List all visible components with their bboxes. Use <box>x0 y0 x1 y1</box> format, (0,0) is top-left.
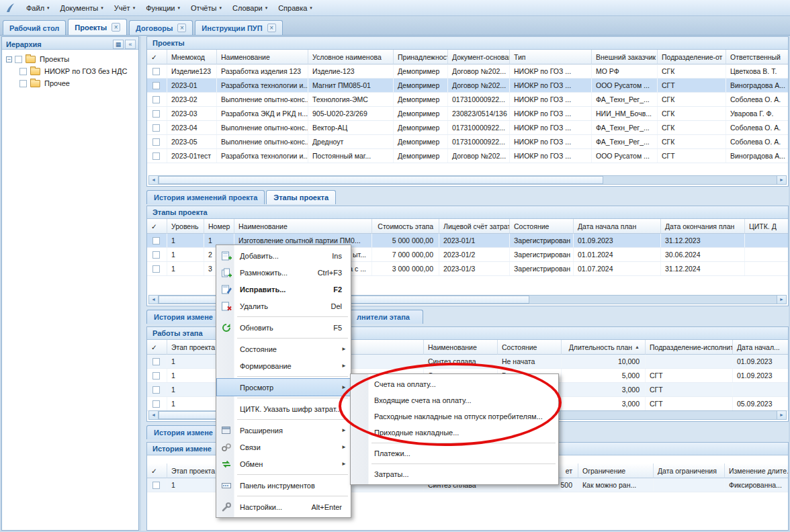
scrollbar-thumb[interactable] <box>159 176 603 184</box>
row-checkbox-icon[interactable] <box>152 358 160 365</box>
tree-checkbox-icon[interactable] <box>19 68 27 75</box>
table-row[interactable]: 2023-02Выполнение опытно-конс...Технолог… <box>147 93 788 107</box>
column-header[interactable]: Длительность план▲ <box>562 340 646 355</box>
row-checkbox-icon[interactable] <box>152 386 160 394</box>
section-tab[interactable]: Этапы проекта <box>266 190 336 204</box>
scroll-right-icon[interactable]: ► <box>777 296 786 304</box>
column-header[interactable]: Документ-основан <box>448 50 510 64</box>
column-header[interactable]: Условное наименова <box>308 50 394 64</box>
column-header[interactable]: ✓ <box>147 463 167 478</box>
tree-checkbox-icon[interactable] <box>15 56 22 63</box>
tab-close-icon[interactable]: × <box>112 23 120 32</box>
main-tab[interactable]: Договоры× <box>129 20 193 35</box>
menu-item[interactable]: Расширения► <box>217 422 350 439</box>
column-header[interactable]: Дата ограничения <box>654 463 725 478</box>
menu-item[interactable]: Панель инструментов <box>217 477 350 494</box>
row-checkbox-icon[interactable] <box>152 82 160 89</box>
horizontal-scrollbar[interactable]: ◄ ► <box>148 175 787 185</box>
main-tab[interactable]: Инструкции ПУП× <box>195 20 282 35</box>
scroll-right-icon[interactable]: ► <box>777 176 786 184</box>
menu-item[interactable]: Затраты... <box>351 466 558 482</box>
scroll-left-icon[interactable]: ◄ <box>149 296 159 304</box>
table-row[interactable]: 2023-05Выполнение опытно-конс...Дредноут… <box>147 135 788 149</box>
menu-item[interactable]: Формирование► <box>217 357 350 374</box>
row-checkbox-icon[interactable] <box>152 96 160 103</box>
collapse-panel-icon[interactable]: « <box>125 40 136 49</box>
row-checkbox-icon[interactable] <box>152 482 160 489</box>
row-checkbox-icon[interactable] <box>152 124 160 132</box>
column-header[interactable]: Состояние <box>510 219 574 234</box>
menu-item[interactable]: Связи► <box>217 439 350 455</box>
row-checkbox-icon[interactable] <box>152 110 160 118</box>
column-header[interactable]: Этап проекта <box>167 340 221 355</box>
column-header[interactable]: Состояние <box>498 340 562 355</box>
row-checkbox-icon[interactable] <box>152 372 160 380</box>
column-header[interactable]: Изменение длите... <box>725 463 788 478</box>
column-header[interactable]: Этап проекта <box>167 463 221 478</box>
menu-item[interactable]: Добавить...Ins <box>217 247 350 264</box>
tree-item[interactable]: −Проекты <box>3 53 137 65</box>
main-tab[interactable]: Рабочий стол <box>3 20 66 35</box>
table-row[interactable]: Изделие123Разработка изделия 123Изделие-… <box>147 64 788 79</box>
menubar-item[interactable]: Файл▾ <box>21 2 55 14</box>
menubar-item[interactable]: Отчёты▾ <box>185 2 227 14</box>
column-header[interactable]: Лицевой счёт затрат. <box>439 219 510 234</box>
tree-item[interactable]: НИОКР по ГОЗ без НДС <box>3 65 137 77</box>
column-header[interactable]: Стоимость этапа <box>372 219 439 234</box>
tab-close-icon[interactable]: × <box>267 24 276 32</box>
column-header[interactable]: Номер <box>204 219 234 234</box>
column-header[interactable]: Ответственный <box>726 50 788 64</box>
row-checkbox-icon[interactable] <box>152 251 160 259</box>
menu-item[interactable]: УдалитьDel <box>217 298 350 314</box>
menu-item[interactable]: ОбновитьF5 <box>217 319 350 336</box>
scroll-left-icon[interactable]: ◄ <box>149 411 159 419</box>
column-header[interactable]: Дата окончания план <box>661 219 745 234</box>
main-tab[interactable]: Проекты× <box>68 19 127 35</box>
table-row[interactable]: 2023-03Разработка ЭКД и РКД н...905-U020… <box>147 107 788 121</box>
menu-item[interactable]: Состояние► <box>217 341 350 357</box>
menu-item[interactable]: Размножить...Ctrl+F3 <box>217 264 350 281</box>
menu-item[interactable]: Просмотр► <box>217 379 350 396</box>
menubar-item[interactable]: Словари▾ <box>227 2 273 14</box>
menubar-item[interactable]: Справка▾ <box>273 2 318 14</box>
section-tab[interactable]: лнители этапа <box>349 310 423 324</box>
row-checkbox-icon[interactable] <box>152 152 160 160</box>
column-header[interactable]: Ограничение <box>578 463 654 478</box>
menu-item[interactable]: Платежи... <box>351 445 558 461</box>
column-header[interactable]: ✓ <box>147 219 167 234</box>
row-checkbox-icon[interactable] <box>152 68 160 75</box>
column-header[interactable]: Тип <box>510 50 592 64</box>
section-tab[interactable]: История изменений проекта <box>146 190 265 204</box>
row-checkbox-icon[interactable] <box>152 138 160 146</box>
row-checkbox-icon[interactable] <box>152 265 160 273</box>
column-header[interactable]: Внешний заказчик <box>592 50 658 64</box>
table-row[interactable]: 2023-01Разработка технологии и...Магнит … <box>147 79 788 93</box>
column-header[interactable]: Наименование <box>217 50 308 64</box>
column-header[interactable]: Принадлежность <box>394 50 448 64</box>
column-header[interactable]: Подразделение-исполнитель.. <box>646 340 733 355</box>
menu-item[interactable]: Обмен► <box>217 455 350 472</box>
column-header[interactable]: Наименование <box>424 340 498 355</box>
row-checkbox-icon[interactable] <box>152 237 160 245</box>
column-header[interactable]: Подразделение-от <box>658 50 726 64</box>
menu-item[interactable]: Настройки...Alt+Enter <box>217 498 350 515</box>
column-header[interactable]: Мнемокод <box>167 50 217 64</box>
menu-item[interactable]: ЦИТК. Указать шифр затрат.. <box>217 400 350 417</box>
column-header[interactable]: ✓ <box>147 340 167 355</box>
tree-expander-icon[interactable]: − <box>6 56 12 62</box>
tree-checkbox-icon[interactable] <box>19 80 27 87</box>
scroll-right-icon[interactable]: ► <box>777 411 786 419</box>
scroll-left-icon[interactable]: ◄ <box>149 176 159 184</box>
tab-close-icon[interactable]: × <box>177 24 186 32</box>
row-checkbox-icon[interactable] <box>152 400 160 408</box>
scrollbar-track[interactable] <box>159 176 777 184</box>
menu-item[interactable]: Исправить...F2 <box>217 281 350 298</box>
menubar-item[interactable]: Функции▾ <box>140 2 185 14</box>
table-row[interactable]: 2023-01тестРазработка технологии и...Пос… <box>147 149 788 163</box>
column-header[interactable]: Дата начала план <box>574 219 661 234</box>
column-header[interactable]: ЦИТК. Д <box>745 219 788 234</box>
column-header[interactable]: Уровень <box>167 219 204 234</box>
menubar-item[interactable]: Документы▾ <box>55 2 109 14</box>
column-header[interactable]: ✓ <box>147 50 167 64</box>
hierarchy-view-icon[interactable]: ▦ <box>113 40 124 49</box>
